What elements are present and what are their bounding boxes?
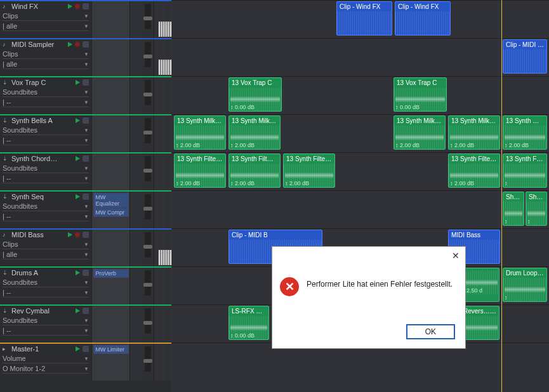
record-icon[interactable] [75, 42, 80, 47]
timeline-lane[interactable] [171, 190, 549, 228]
track-dropdown[interactable]: | --▼ [3, 98, 89, 107]
track-name[interactable]: Synth Chord… [11, 155, 73, 162]
track-name[interactable]: Vox Trap C [11, 79, 73, 86]
insert-slot[interactable] [91, 1, 129, 38]
track-dropdown[interactable]: Soundbites▼ [3, 278, 89, 287]
fx-insert[interactable]: MW Equalizer [93, 193, 129, 208]
track-row[interactable]: ⇣ Synth Bells A Soundbites▼ | --▼ [0, 114, 171, 152]
track-dropdown[interactable]: | --▼ [3, 212, 89, 221]
pan-slot[interactable] [129, 154, 142, 190]
track-dropdown[interactable]: O Monitor 1-2▼ [3, 364, 89, 374]
audio-clip[interactable]: 13 Synth Milk Bel… ↕ 2.00 dB [448, 115, 500, 150]
volume-slider[interactable] [145, 42, 151, 67]
mute-icon[interactable] [83, 117, 89, 124]
pan-slot[interactable] [129, 115, 142, 152]
mute-icon[interactable] [83, 346, 89, 352]
track-dropdown[interactable]: Volume▼ [3, 354, 89, 363]
track-row[interactable]: ⇣ Synth Seq Soundbites▼ | --▼ MW Equaliz… [0, 190, 171, 228]
volume-slider[interactable] [145, 80, 151, 105]
play-icon[interactable] [68, 4, 72, 9]
audio-clip[interactable]: 13 Synth Filtered… ↕ [503, 154, 547, 188]
play-icon[interactable] [68, 232, 72, 237]
track-name[interactable]: Drums A [11, 269, 73, 277]
insert-slot[interactable]: MW Limiter [91, 344, 129, 381]
pan-slot[interactable] [129, 39, 142, 76]
mute-icon[interactable] [83, 155, 89, 162]
midi-clip[interactable]: Clip - Wind FX [395, 1, 451, 36]
midi-clip[interactable]: Clip - Wind FX [336, 1, 392, 36]
audio-clip[interactable]: 13 Synth Filtered… ↕ 2.00 dB [174, 154, 226, 188]
audio-clip[interactable]: 13 Vox Trap C ↕ 0.00 dB [228, 77, 282, 112]
track-name[interactable]: Wind FX [11, 3, 65, 10]
mute-icon[interactable] [83, 3, 89, 10]
track-dropdown[interactable]: Soundbites▼ [3, 126, 89, 135]
track-dropdown[interactable]: Clips▼ [3, 49, 89, 59]
audio-clip[interactable]: Sh… ↕ [526, 192, 547, 226]
volume-slider[interactable] [145, 270, 151, 296]
play-icon[interactable] [68, 42, 72, 47]
audio-clip[interactable]: 13 Synth Milk Be… ↕ 2.00 dB [503, 115, 547, 150]
track-name[interactable]: Synth Seq [11, 193, 73, 200]
track-dropdown[interactable]: Soundbites▼ [3, 316, 89, 325]
pan-slot[interactable] [129, 230, 142, 266]
volume-slider[interactable] [145, 232, 151, 258]
audio-clip[interactable]: 13 Vox Trap C ↕ 0.00 dB [394, 77, 447, 112]
track-row[interactable]: ⇣ Rev Cymbal Soundbites▼ | --▼ [0, 304, 171, 343]
fx-insert[interactable]: MW Compr [93, 208, 129, 217]
track-row[interactable]: ♪ Wind FX Clips▼ | alle▼ [0, 0, 171, 38]
audio-clip[interactable]: 13 Synth Filtered… ↕ 2.00 dB [283, 154, 335, 188]
pan-slot[interactable] [129, 77, 142, 114]
volume-slider[interactable] [145, 346, 151, 372]
audio-clip[interactable]: 13 Synth Milk Bel… ↕ 2.00 dB [394, 115, 446, 150]
audio-clip[interactable]: 13 Synth Milk Bel… ↕ 2.00 dB [174, 115, 226, 150]
track-name[interactable]: Rev Cymbal [11, 307, 73, 315]
volume-slider[interactable] [145, 156, 151, 181]
track-name[interactable]: MIDI Bass [11, 231, 65, 238]
insert-slot[interactable] [91, 230, 129, 266]
play-icon[interactable] [76, 80, 80, 85]
midi-clip[interactable]: Clip - MIDI San [503, 39, 547, 74]
track-dropdown[interactable]: | --▼ [3, 326, 89, 336]
insert-slot[interactable] [91, 306, 129, 343]
audio-clip[interactable]: Sho…#2 ↕ [503, 192, 524, 226]
close-icon[interactable]: ✕ [450, 251, 461, 262]
track-row[interactable]: ⇣ Vox Trap C Soundbites▼ | --▼ [0, 76, 171, 114]
mute-icon[interactable] [83, 270, 89, 276]
ok-button[interactable]: OK [406, 324, 455, 339]
mute-icon[interactable] [83, 193, 89, 200]
mute-icon[interactable] [83, 79, 89, 86]
fx-insert[interactable]: ProVerb [93, 269, 129, 278]
audio-clip[interactable]: ↕ 2.50 d [460, 268, 499, 302]
pan-slot[interactable] [129, 268, 142, 304]
audio-clip[interactable]: 13 Synth Milk Bell… ↕ 2.00 dB [228, 115, 281, 150]
volume-slider[interactable] [145, 4, 151, 29]
pan-slot[interactable] [129, 1, 142, 38]
track-name[interactable]: MIDI Sampler [11, 41, 65, 48]
fx-insert[interactable]: MW Limiter [93, 345, 129, 354]
track-dropdown[interactable]: Clips▼ [3, 240, 89, 249]
track-dropdown[interactable]: Soundbites▼ [3, 164, 89, 173]
track-name[interactable]: Synth Bells A [11, 117, 73, 124]
play-icon[interactable] [76, 156, 80, 161]
track-row[interactable]: ⇣ Drums A Soundbites▼ | --▼ ProVerb [0, 266, 171, 304]
pan-slot[interactable] [129, 306, 142, 343]
track-dropdown[interactable]: Soundbites▼ [3, 202, 89, 211]
track-dropdown[interactable]: Clips▼ [3, 11, 89, 21]
playhead[interactable] [501, 0, 502, 392]
track-dropdown[interactable]: | alle▼ [3, 60, 89, 69]
track-row[interactable]: ♪ MIDI Sampler Clips▼ | alle▼ [0, 38, 171, 76]
timeline-lane[interactable] [171, 38, 549, 76]
insert-slot[interactable]: ProVerb [91, 268, 129, 304]
insert-slot[interactable]: MW EqualizerMW Compr [91, 192, 129, 228]
play-icon[interactable] [76, 118, 80, 123]
insert-slot[interactable] [91, 115, 129, 152]
audio-clip[interactable]: LS-RFX Revers ↕ 0.00 dB [228, 306, 269, 340]
insert-slot[interactable] [91, 154, 129, 190]
audio-clip[interactable]: Drum Loop 01… ↕ [503, 268, 547, 302]
volume-slider[interactable] [145, 118, 151, 143]
mute-icon[interactable] [83, 232, 89, 238]
play-icon[interactable] [76, 346, 80, 351]
track-row[interactable]: ⇣ Synth Chord… Soundbites▼ | --▼ [0, 152, 171, 190]
record-icon[interactable] [75, 232, 80, 237]
track-row[interactable]: ▸ Master-1 Volume▼ O Monitor 1-2▼ MW Lim… [0, 343, 171, 381]
